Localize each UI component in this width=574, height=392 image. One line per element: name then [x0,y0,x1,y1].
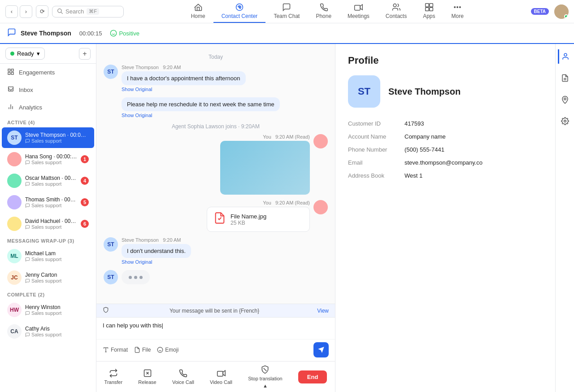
icon-bar-settings[interactable] [558,114,572,128]
nav-label-contact-center: Contact Center [222,13,258,19]
release-button[interactable]: Release [138,369,156,385]
svg-point-3 [239,7,240,8]
contact-name-oscar: Oscar Mattson · 00:00:20 [25,175,77,181]
translation-view[interactable]: View [317,308,329,314]
contact-avatar-henry: HW [7,303,22,317]
nav-item-team-chat[interactable]: Team Chat [265,0,308,23]
emoji-button[interactable]: Emoji [157,347,178,353]
ready-dot [10,52,14,56]
contact-item-steve[interactable]: ST Steve Thompson · 00:00:15 Sales suppo… [2,127,94,148]
file-label: File [142,347,151,353]
nav-item-apps[interactable]: Apps [415,0,443,23]
user-avatar[interactable] [554,4,569,19]
msg-avatar-steve2 [104,97,118,112]
active-section-header: ACTIVE (4) [0,116,96,127]
svg-line-33 [264,368,267,371]
ready-button[interactable]: Ready ▾ [5,48,45,60]
contact-item-hana[interactable]: Hana Song · 00:00:30 Sales support 1 [2,149,94,170]
contact-item-oscar[interactable]: Oscar Mattson · 00:00:20 Sales support 4 [2,170,94,191]
voice-call-button[interactable]: Voice Call [172,369,194,385]
back-button[interactable]: ‹ [5,5,18,18]
field-customer-id: Customer ID 417593 [348,120,543,127]
transfer-button[interactable]: Transfer [104,369,123,385]
sidebar-item-engagements[interactable]: Engagements [0,64,96,81]
msg-avatar-typing: ST [104,270,118,284]
contact-avatar-michael: ML [7,249,22,263]
contact-item-jenny[interactable]: JC Jenny Carton Sales support [2,267,94,288]
contact-name-steve: Steve Thompson · 00:00:15 [25,132,89,138]
svg-rect-20 [11,72,13,74]
icon-bar-profile[interactable] [558,49,572,64]
nav-item-phone[interactable]: Phone [308,0,339,23]
nav-arrows: ‹ › [5,5,32,18]
contact-name-thomas: Thomas Smith · 00:00:32 [25,196,77,203]
format-button[interactable]: Format [103,347,128,353]
show-original-1[interactable]: Show Original [122,87,246,92]
contact-avatar-cathy: CA [7,324,22,339]
contact-info-jenny: Jenny Carton Sales support [25,272,89,283]
svg-point-14 [111,30,117,36]
engagements-label: Engagements [19,69,55,76]
sidebar-item-analytics[interactable]: Analytics [0,99,96,116]
msg-row-3: ST Steve Thompson 9:20 AM I don't unders… [104,237,328,265]
nav-item-meetings[interactable]: Meetings [339,0,378,23]
contact-item-henry[interactable]: HW Henry Winston Sales support [2,300,94,320]
show-original-2[interactable]: Show Original [122,113,280,118]
contact-sub-steve: Sales support [25,138,89,144]
sidebar-item-inbox[interactable]: Inbox [0,81,96,99]
stop-translation-button[interactable]: Stop translation ▲ [248,365,282,388]
badge-david: 6 [81,220,89,228]
end-button[interactable]: End [298,370,327,383]
search-box[interactable]: Search ⌘F [52,6,124,17]
nav-item-more[interactable]: More [444,0,472,23]
svg-point-6 [394,4,397,7]
svg-rect-4 [355,5,361,10]
chat-messages: Today ST Steve Thompson 9:20 AM I have a… [96,44,335,304]
file-icon [213,212,226,227]
ready-label: Ready [17,50,34,57]
msg-meta-3: Steve Thompson 9:20 AM [122,237,191,243]
contact-name-henry: Henry Winston [25,304,89,310]
msg-row-file: You 9:20 AM (Read) File Name.jpg 25 KB [104,200,328,232]
svg-point-34 [564,53,567,56]
badge-oscar: 4 [81,177,89,185]
nav-label-meetings: Meetings [348,13,370,19]
nav-item-contact-center[interactable]: Contact Center [213,0,266,23]
profile-avatar-text: ST [358,86,370,97]
msg-text-3: I don't understand this. [122,244,191,258]
msg-image [220,141,310,195]
nav-item-contacts[interactable]: Contacts [378,0,415,23]
engagements-icon [7,68,14,77]
video-call-button[interactable]: Video Call [210,369,232,385]
contact-item-thomas[interactable]: Thomas Smith · 00:00:32 Sales support 5 [2,192,94,213]
add-button[interactable]: + [79,48,91,60]
inbox-label: Inbox [19,87,33,93]
svg-rect-17 [8,69,10,71]
call-banner: Steve Thompson 00:00:15 Positive [0,23,574,44]
message-input[interactable]: I can help you with this| [103,322,329,335]
right-icon-bar [555,44,574,392]
voice-call-label: Voice Call [172,379,194,385]
translation-text: Your message will be sent in {French} [170,308,259,314]
svg-rect-19 [8,72,10,74]
show-original-3[interactable]: Show Original [122,259,191,265]
stop-translation-label: Stop translation [248,376,282,381]
contact-item-michael[interactable]: ML Michael Lam Sales support [2,246,94,266]
history-button[interactable]: ⟳ [36,5,48,18]
icon-bar-notes[interactable] [558,71,572,85]
svg-rect-31 [217,371,223,376]
contact-name-michael: Michael Lam [25,250,89,257]
icon-bar-location[interactable] [558,92,572,107]
contact-sub-thomas: Sales support [25,203,77,208]
contact-item-david[interactable]: David Hachuel · 00:00:35 Sales support 6 [2,213,94,234]
main-nav: Home Contact Center Team Chat Phone Meet… [127,0,527,23]
field-value-phone: (500) 555-7441 [404,146,444,153]
nav-item-home[interactable]: Home [183,0,213,23]
input-box: I can help you with this| [96,318,335,339]
forward-button[interactable]: › [20,5,32,18]
send-button[interactable] [313,342,329,357]
input-area: I can help you with this| Format File Em… [96,317,335,361]
file-button[interactable]: File [134,347,151,353]
msg-row-2: Please help me reschedule it to next wee… [104,97,328,118]
contact-item-cathy[interactable]: CA Cathy Aris Sales support [2,321,94,342]
